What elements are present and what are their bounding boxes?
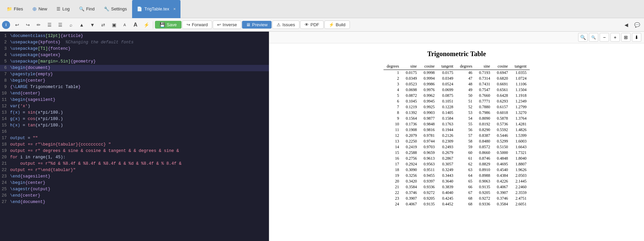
code-line: 19output += r" degrees & sine & cosine &… xyxy=(0,148,269,154)
table-header: cosine xyxy=(493,63,511,70)
table-cell: 0.2079 xyxy=(402,133,420,138)
table-cell: 1.1504 xyxy=(511,87,530,93)
code-line: 6\begin{document} xyxy=(0,65,269,71)
table-cell: 65 xyxy=(457,178,476,184)
table-cell: 15 xyxy=(384,150,403,156)
forward-button[interactable]: ↪ Forward xyxy=(182,21,212,29)
table-row: 100.17360.98480.1763550.81920.57361.4281 xyxy=(384,121,530,127)
table-cell: 0.9994 xyxy=(420,76,438,81)
line-content: \usepackage{sagetex} xyxy=(10,52,269,58)
list2-button[interactable]: ☰ xyxy=(55,20,65,30)
up-button[interactable]: ▲ xyxy=(77,20,87,30)
table-cell: 0.6293 xyxy=(493,98,511,104)
down-button[interactable]: ▼ xyxy=(87,20,97,30)
table-cell: 0.3584 xyxy=(493,201,511,207)
line-content: \pagestyle{empty} xyxy=(10,71,269,78)
issues-button[interactable]: ⚠ Issues xyxy=(272,21,299,29)
code-line: 21 output += r"%d & %8.4f & %8.4f & %8.4… xyxy=(0,161,269,167)
download-button[interactable]: ⬇ xyxy=(632,33,641,42)
preview-button[interactable]: 🖥 Preview xyxy=(242,21,272,29)
table-cell: 0.2250 xyxy=(402,138,420,144)
table-cell: 61 xyxy=(457,156,476,161)
table-cell: 1.7321 xyxy=(511,150,530,156)
list1-button[interactable]: ☰ xyxy=(44,20,54,30)
table-cell: 0.1584 xyxy=(438,116,456,121)
table-cell: 9 xyxy=(384,116,403,121)
code-line: 9{\LARGE Trigonometric Table} xyxy=(0,84,269,90)
table-cell: 14 xyxy=(384,144,403,150)
table-cell: 0.6561 xyxy=(493,87,511,93)
table-cell: 1.6643 xyxy=(511,144,530,150)
build-icon: ⚡ xyxy=(329,22,334,27)
code-line: 27\end{document} xyxy=(0,199,269,205)
table-row: 50.08720.99620.0875500.76600.64281.1918 xyxy=(384,93,530,98)
table-cell: 23 xyxy=(384,196,403,201)
table-cell: 55 xyxy=(457,121,476,127)
settings-button[interactable]: 🔧 Settings xyxy=(100,4,131,13)
line-content: h(x) = tan(x*pi/180.) xyxy=(10,122,269,129)
table-cell: 0.9962 xyxy=(420,93,438,98)
table-row: 210.35840.93360.3839660.91350.40672.2460 xyxy=(384,184,530,190)
tab-file-icon: 📄 xyxy=(137,6,142,11)
zoom-search-out-button[interactable]: 🔍 xyxy=(589,33,598,42)
code-editor[interactable]: 1\documentclass[12pt]{article}2\usepacka… xyxy=(0,32,269,241)
table-cell: 6 xyxy=(384,98,403,104)
zoom-minus-button[interactable]: − xyxy=(600,33,609,42)
table-cell: 64 xyxy=(457,173,476,178)
table-row: 70.12190.99250.1228520.78800.61571.2799 xyxy=(384,104,530,110)
table-cell: 0.2419 xyxy=(402,144,420,150)
undo-button[interactable]: ↩ xyxy=(12,20,22,30)
table-cell: 0.9986 xyxy=(420,81,438,87)
table-cell: 3 xyxy=(384,81,403,87)
table-cell: 0.3746 xyxy=(402,190,420,196)
a-large-button[interactable]: A xyxy=(130,20,140,30)
inverse-button[interactable]: ↩ Inverse xyxy=(213,21,241,29)
table-cell: 0.3443 xyxy=(438,173,456,178)
new-label: New xyxy=(38,6,47,11)
table-cell: 0.0175 xyxy=(438,70,456,76)
arrows-button[interactable]: ⇄ xyxy=(98,20,108,30)
lightning-button[interactable]: ⚡ xyxy=(141,20,151,30)
table-cell: 66 xyxy=(457,184,476,190)
code-line: 15h(x) = tan(x*pi/180.) xyxy=(0,122,269,129)
line-number: 21 xyxy=(0,161,10,167)
search-button[interactable]: ⌕ xyxy=(66,20,76,30)
redo-button[interactable]: ↪ xyxy=(23,20,33,30)
chat-button[interactable]: 💬 xyxy=(632,20,642,30)
toolbar: i ↩ ↪ ✏ ☰ ☰ ⌕ ▲ ▼ ⇄ ▣ A A ⚡ 💾 Save ↪ For… xyxy=(0,18,644,32)
table-row: 120.20790.97810.2126570.83870.54461.5399 xyxy=(384,133,530,138)
find-button[interactable]: 🔍 Find xyxy=(75,4,98,13)
table-cell: 0.2867 xyxy=(438,156,456,161)
table-cell: 2.2460 xyxy=(511,184,530,190)
build-button[interactable]: ⚡ Build xyxy=(324,21,350,29)
format-button[interactable]: ✏ xyxy=(34,20,44,30)
table-cell: 0.4245 xyxy=(438,196,456,201)
save-button[interactable]: 💾 Save xyxy=(155,21,182,29)
table-cell: 1.0355 xyxy=(511,70,530,76)
top-nav: 📁 Files ⊕ New ☰ Log 🔍 Find 🔧 Settings 📄 … xyxy=(0,0,644,18)
log-button[interactable]: ☰ Log xyxy=(52,4,74,13)
line-number: 18 xyxy=(0,142,10,148)
table-row: 140.24190.97030.2493590.85720.51501.6643 xyxy=(384,144,530,150)
files-button[interactable]: 📁 Files xyxy=(3,4,27,13)
a-small-button[interactable]: A xyxy=(120,20,130,30)
code-line: 24\begin{center} xyxy=(0,180,269,186)
table-cell: 0.5736 xyxy=(493,121,511,127)
collapse-button[interactable]: ◀ xyxy=(621,20,631,30)
table-cell: 0.5299 xyxy=(493,138,511,144)
pdf-button[interactable]: 👁 PDF xyxy=(300,21,324,29)
zoom-plus-button[interactable]: + xyxy=(610,33,620,42)
tab-close-button[interactable]: × xyxy=(173,6,176,11)
grid-button[interactable]: ⊞ xyxy=(621,33,631,42)
table-cell: 0.4848 xyxy=(493,156,511,161)
active-tab[interactable]: 📄 TrigTable.tex × xyxy=(132,0,180,18)
table-cell: 56 xyxy=(457,127,476,133)
split-button[interactable]: ▣ xyxy=(109,20,119,30)
table-cell: 50 xyxy=(457,93,476,98)
line-number: 27 xyxy=(0,199,10,205)
zoom-search-in-button[interactable]: 🔍 xyxy=(578,33,588,42)
new-button[interactable]: ⊕ New xyxy=(28,4,51,14)
table-cell: 0.4067 xyxy=(402,201,420,207)
table-cell: 0.8480 xyxy=(476,138,493,144)
log-label: Log xyxy=(62,6,70,11)
